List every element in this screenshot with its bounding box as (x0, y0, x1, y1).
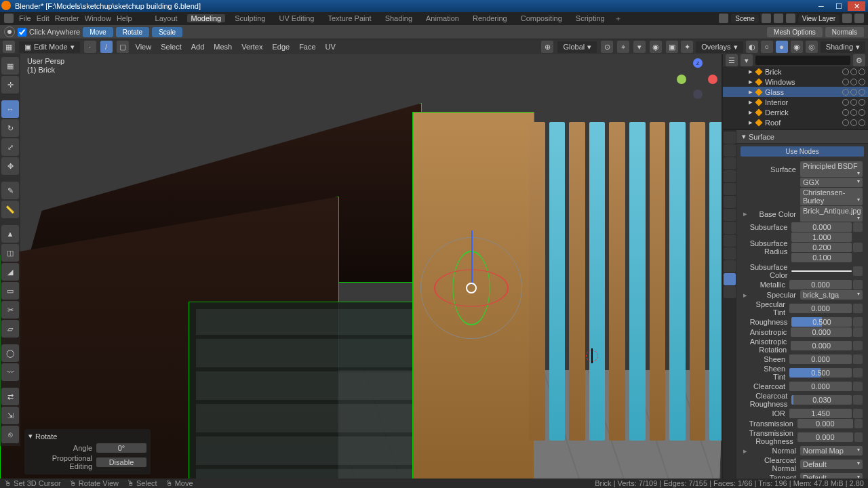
property-value[interactable]: 0.000 (789, 382, 852, 391)
gizmo-toggle-icon[interactable]: ✦ (681, 41, 693, 53)
value-menu-icon[interactable] (853, 327, 863, 337)
matprev-shade-icon[interactable]: ◉ (791, 41, 803, 53)
close-button[interactable]: ✕ (848, 1, 865, 11)
loopcut-tool[interactable]: ▭ (1, 282, 19, 300)
selectable-icon[interactable] (850, 79, 857, 85)
outliner-item[interactable]: ▸Interior (723, 97, 868, 107)
selectable-icon[interactable] (850, 99, 857, 106)
value-menu-icon[interactable] (853, 354, 863, 364)
ptab-particle[interactable] (724, 222, 736, 234)
outliner-item[interactable]: ▸Derrick (723, 107, 868, 117)
minimize-button[interactable]: ─ (812, 1, 830, 11)
viewlayer-name[interactable]: View Layer (798, 14, 840, 23)
transform-tool[interactable]: ✥ (1, 157, 19, 175)
render-icon[interactable] (859, 99, 865, 106)
render-icon[interactable] (859, 89, 865, 96)
ptab-viewlayer[interactable] (724, 157, 736, 169)
angle-value[interactable]: 0° (96, 443, 146, 453)
menu-uv[interactable]: UV (323, 43, 338, 51)
workspace-animation[interactable]: Animation (422, 14, 463, 22)
axis-y-icon[interactable] (677, 75, 686, 84)
menu-file[interactable]: File (19, 14, 31, 22)
scene-name[interactable]: Scene (731, 14, 758, 23)
menu-window[interactable]: Window (85, 14, 111, 22)
render-icon[interactable] (859, 68, 865, 75)
value-menu-icon[interactable] (853, 395, 863, 405)
property-value[interactable]: Principled BSDF (800, 161, 863, 177)
face-select-icon[interactable]: ▢ (117, 41, 129, 53)
property-value[interactable]: brick_s.tga (800, 290, 863, 300)
expand-icon[interactable]: ▸ (742, 209, 749, 218)
property-value[interactable]: 0.000 (789, 304, 852, 313)
value-menu-icon[interactable] (854, 432, 863, 442)
visibility-icon[interactable] (842, 99, 849, 106)
visibility-icon[interactable] (842, 109, 849, 116)
collapse-icon[interactable]: ▾ (28, 432, 33, 441)
scene-del-button[interactable] (774, 14, 783, 23)
use-nodes-button[interactable]: Use Nodes (741, 146, 864, 157)
menu-help[interactable]: Help (117, 14, 132, 22)
menu-face[interactable]: Face (296, 43, 318, 51)
outliner-item[interactable]: ▸Windows (723, 77, 868, 87)
property-value[interactable]: 0.000 (789, 354, 852, 364)
property-value[interactable]: 0.000 (797, 432, 853, 442)
selectable-icon[interactable] (850, 109, 857, 116)
snap-type-icon[interactable]: ▾ (633, 41, 646, 53)
property-value[interactable]: Default (800, 460, 863, 469)
menu-render[interactable]: Render (55, 14, 79, 22)
value-menu-icon[interactable] (853, 341, 863, 350)
ptab-constraint[interactable] (724, 247, 736, 260)
render-icon[interactable] (859, 119, 865, 126)
workspace-shading[interactable]: Shading (381, 14, 416, 22)
viewlayer-del-button[interactable] (854, 14, 864, 23)
orbit-gizmo[interactable]: Z (677, 58, 717, 99)
shading-dropdown[interactable]: Shading▾ (821, 41, 865, 53)
ptab-modifier[interactable] (724, 209, 736, 221)
mesh-options-button[interactable]: Mesh Options (767, 27, 823, 37)
ptab-texture[interactable] (724, 286, 736, 298)
polybuild-tool[interactable]: ▱ (1, 320, 19, 338)
maximize-button[interactable]: ☐ (830, 1, 848, 11)
ptab-data[interactable] (724, 260, 736, 272)
color-swatch[interactable] (791, 270, 852, 272)
property-value[interactable]: 0.030 (791, 395, 852, 405)
value-menu-icon[interactable] (853, 317, 863, 327)
move-tool[interactable]: ↔ (1, 100, 19, 118)
property-value[interactable]: 0.000 (791, 327, 852, 337)
value-menu-icon[interactable] (853, 222, 863, 232)
menu-vertex[interactable]: Vertex (239, 43, 265, 51)
ptab-scene[interactable] (724, 170, 736, 182)
value-menu-icon[interactable] (853, 304, 863, 313)
workspace-compositing[interactable]: Compositing (517, 14, 566, 22)
render-icon[interactable] (859, 79, 865, 85)
editor-type-icon[interactable]: ▦ (3, 41, 15, 53)
transform-rotate[interactable]: Rotate (116, 27, 149, 37)
xray-icon[interactable]: ◐ (746, 41, 758, 53)
value-menu-icon[interactable] (853, 243, 863, 252)
orientation-icon[interactable]: ⊕ (541, 41, 553, 53)
ptab-world[interactable] (724, 183, 736, 195)
property-value[interactable]: 0.200 (791, 243, 852, 252)
render-icon[interactable] (859, 109, 865, 116)
workspace-add[interactable]: ＋ (614, 14, 622, 24)
bevel-tool[interactable]: ◢ (1, 263, 19, 281)
menu-add[interactable]: Add (189, 43, 208, 51)
axis-x-icon[interactable] (708, 75, 717, 84)
outliner-filter-icon[interactable]: ⚙ (853, 54, 865, 66)
ptab-render[interactable] (724, 131, 736, 144)
property-value[interactable]: 0.100 (791, 253, 852, 262)
transform-move[interactable]: Move (83, 27, 113, 37)
menu-edge[interactable]: Edge (269, 43, 292, 51)
properties-content[interactable]: ▾Surface Use Nodes SurfacePrincipled BSD… (736, 130, 868, 479)
ptab-physics[interactable] (724, 235, 736, 247)
overlays-dropdown[interactable]: Overlays▾ (696, 41, 743, 53)
solid-shade-icon[interactable]: ● (776, 41, 788, 53)
value-menu-icon[interactable] (853, 280, 863, 289)
click-anywhere-checkbox[interactable] (18, 28, 26, 37)
property-value[interactable]: 0.500 (789, 368, 852, 378)
property-value[interactable]: GGX (800, 178, 863, 187)
camera-to-view-icon[interactable]: ▣ (666, 41, 678, 53)
value-menu-icon[interactable] (853, 266, 863, 276)
workspace-texpaint[interactable]: Texture Paint (323, 14, 375, 22)
expand-icon[interactable]: ▸ (742, 447, 749, 455)
